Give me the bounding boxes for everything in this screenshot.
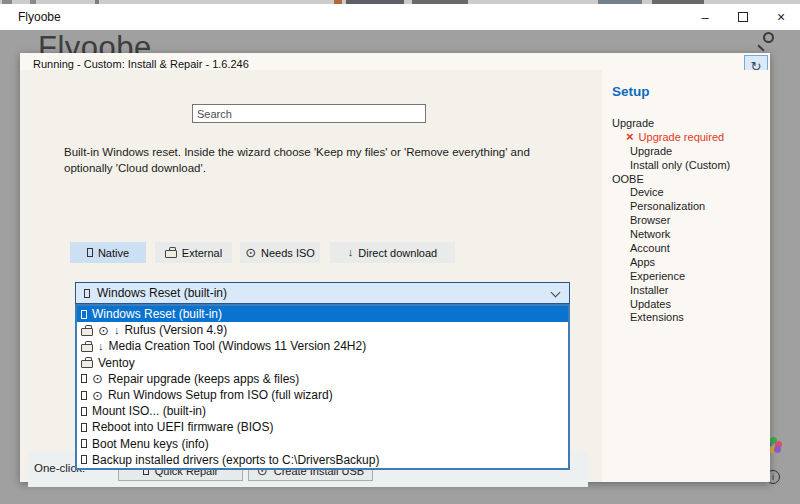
window-icon bbox=[81, 374, 87, 383]
toolbox-icon bbox=[81, 328, 93, 336]
sidebar-item-oobe-section[interactable]: OOBE bbox=[612, 172, 730, 186]
dropdown-item[interactable]: ⊙ Run Windows Setup from ISO (full wizar… bbox=[77, 387, 568, 403]
sidebar-item-upgrade-required[interactable]: × Upgrade required bbox=[612, 130, 730, 144]
tab-label: Direct download bbox=[358, 247, 437, 259]
description-text: Built-in Windows reset. Inside the wizar… bbox=[64, 145, 572, 177]
window-icon bbox=[81, 439, 87, 448]
window-icon bbox=[87, 248, 93, 257]
toolbox-icon bbox=[81, 360, 93, 368]
sidebar-item-installer[interactable]: Installer bbox=[612, 283, 730, 297]
sidebar-item-experience[interactable]: Experience bbox=[612, 269, 730, 283]
dropdown-item[interactable]: Ventoy bbox=[77, 355, 568, 371]
window-icon bbox=[84, 289, 90, 298]
download-icon: ↓ bbox=[98, 341, 104, 352]
sidebar-item-upgrade[interactable]: Upgrade bbox=[612, 144, 730, 158]
tab-native[interactable]: Native bbox=[70, 242, 146, 263]
maximize-button[interactable] bbox=[724, 4, 762, 30]
window-icon bbox=[81, 455, 87, 464]
minimize-button[interactable]: – bbox=[686, 4, 724, 30]
sidebar-item-apps[interactable]: Apps bbox=[612, 255, 730, 269]
sidebar-item-account[interactable]: Account bbox=[612, 241, 730, 255]
setup-sidebar: Setup Upgrade × Upgrade required Upgrade… bbox=[608, 70, 770, 482]
tab-needs-iso[interactable]: ⊙ Needs ISO bbox=[240, 242, 320, 263]
toolbox-icon bbox=[165, 250, 177, 258]
sidebar-item-install-only[interactable]: Install only (Custom) bbox=[612, 158, 730, 172]
minimize-icon: – bbox=[701, 10, 708, 25]
download-icon: ↓ bbox=[114, 325, 120, 336]
combobox-value: Windows Reset (built-in) bbox=[97, 286, 227, 300]
sidebar-heading: Setup bbox=[612, 84, 650, 99]
content-area: Built-in Windows reset. Inside the wizar… bbox=[20, 70, 602, 482]
dropdown-item[interactable]: Backup installed drivers (exports to C:\… bbox=[77, 452, 568, 468]
disc-icon: ⊙ bbox=[245, 246, 256, 259]
disc-icon: ⊙ bbox=[92, 372, 103, 385]
disc-icon: ⊙ bbox=[98, 324, 109, 337]
disc-icon: ⊙ bbox=[92, 389, 103, 402]
window-title: Flyoobe bbox=[18, 10, 61, 24]
close-button[interactable]: × bbox=[762, 4, 800, 30]
sidebar-item-updates[interactable]: Updates bbox=[612, 297, 730, 311]
window-icon bbox=[81, 423, 87, 432]
title-bar: Flyoobe – × bbox=[0, 4, 800, 30]
tab-label: Native bbox=[98, 247, 129, 259]
window-icon bbox=[81, 391, 87, 400]
dropdown-item[interactable]: ↓ Media Creation Tool (Windows 11 Versio… bbox=[77, 338, 568, 354]
sidebar-item-browser[interactable]: Browser bbox=[612, 213, 730, 227]
toolbox-icon bbox=[81, 344, 93, 352]
sidebar-item-extensions[interactable]: Extensions bbox=[612, 310, 730, 324]
dropdown-item[interactable]: Windows Reset (built-in) bbox=[77, 306, 568, 322]
search-input[interactable] bbox=[192, 104, 426, 123]
window-icon bbox=[81, 310, 87, 319]
tab-external[interactable]: External bbox=[155, 242, 232, 263]
chevron-down-icon bbox=[551, 288, 561, 298]
main-panel: Running - Custom: Install & Repair - 1.6… bbox=[20, 53, 770, 482]
tab-label: Needs ISO bbox=[261, 247, 315, 259]
search-icon[interactable] bbox=[756, 31, 776, 51]
sidebar-item-network[interactable]: Network bbox=[612, 227, 730, 241]
dropdown-item[interactable]: Reboot into UEFI firmware (BIOS) bbox=[77, 419, 568, 435]
tab-direct-download[interactable]: ↓ Direct download bbox=[330, 242, 455, 263]
dropdown-item[interactable]: Boot Menu keys (info) bbox=[77, 436, 568, 452]
status-text: Running - Custom: Install & Repair - 1.6… bbox=[33, 58, 249, 70]
dropdown-list: Windows Reset (built-in) ⊙ ↓ Rufus (Vers… bbox=[75, 304, 570, 470]
dropdown-item[interactable]: ⊙ Repair upgrade (keeps apps & files) bbox=[77, 371, 568, 387]
maximize-icon bbox=[738, 12, 748, 22]
error-x-icon: × bbox=[626, 130, 634, 143]
close-icon: × bbox=[777, 9, 785, 25]
sidebar-item-upgrade-section[interactable]: Upgrade bbox=[612, 116, 730, 130]
sidebar-item-device[interactable]: Device bbox=[612, 185, 730, 199]
sidebar-item-personalization[interactable]: Personalization bbox=[612, 199, 730, 213]
download-icon: ↓ bbox=[348, 247, 354, 258]
dropdown-item[interactable]: ⊙ ↓ Rufus (Version 4.9) bbox=[77, 322, 568, 338]
tab-label: External bbox=[182, 247, 222, 259]
dropdown-item[interactable]: Mount ISO... (built-in) bbox=[77, 403, 568, 419]
window-icon bbox=[81, 407, 87, 416]
tool-combobox[interactable]: Windows Reset (built-in) bbox=[75, 282, 570, 304]
